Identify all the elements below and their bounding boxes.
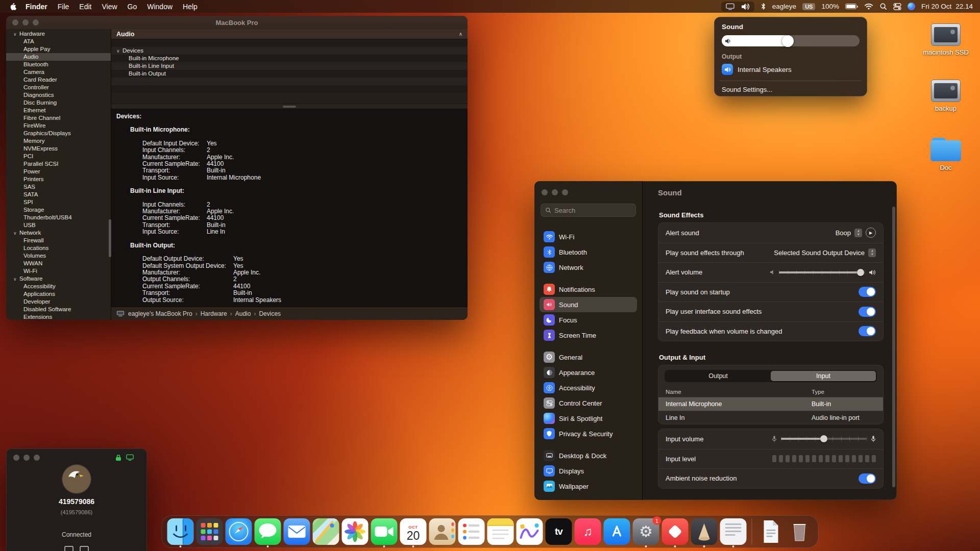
close-button[interactable] bbox=[542, 189, 548, 195]
apple-menu[interactable] bbox=[7, 3, 20, 11]
dock-photos[interactable] bbox=[342, 518, 369, 545]
sysinfo-item-printers[interactable]: Printers bbox=[6, 176, 111, 183]
sysinfo-item-sas[interactable]: SAS bbox=[6, 183, 111, 191]
sidebar-item-accessibility[interactable]: Accessibility bbox=[540, 380, 637, 395]
output-device-row[interactable]: Internal Speakers bbox=[722, 64, 860, 75]
sysinfo-item-developer[interactable]: Developer bbox=[6, 298, 111, 306]
sysinfo-item-thunderbolt-usb4[interactable]: Thunderbolt/USB4 bbox=[6, 214, 111, 221]
dock-textedit[interactable] bbox=[720, 518, 747, 545]
sidebar-item-notifications[interactable]: Notifications bbox=[540, 282, 637, 297]
sysinfo-item-audio[interactable]: Audio bbox=[6, 53, 111, 61]
sidebar-item-control-center[interactable]: Control Center bbox=[540, 395, 637, 411]
alert-volume-thumb[interactable] bbox=[857, 269, 864, 276]
input-volume-slider[interactable] bbox=[781, 438, 867, 440]
bluetooth-icon[interactable] bbox=[761, 3, 766, 10]
sidebar-item-bluetooth[interactable]: Bluetooth bbox=[540, 244, 637, 260]
menu-window[interactable]: Window bbox=[142, 3, 178, 11]
startup-sound-toggle[interactable] bbox=[859, 287, 876, 297]
input-volume-thumb[interactable] bbox=[820, 435, 827, 442]
dock-freeform[interactable] bbox=[517, 518, 543, 545]
siri-icon[interactable] bbox=[908, 3, 915, 10]
tab-input[interactable]: Input bbox=[771, 371, 876, 381]
dock-settings[interactable]: ⚙1 bbox=[633, 518, 659, 545]
close-button[interactable] bbox=[12, 19, 18, 26]
sysinfo-section-software[interactable]: ∨Software bbox=[6, 275, 111, 283]
sysinfo-item-wwan[interactable]: WWAN bbox=[6, 260, 111, 267]
menu-view[interactable]: View bbox=[96, 3, 122, 11]
sysinfo-item-diagnostics[interactable]: Diagnostics bbox=[6, 91, 111, 99]
dock-trash[interactable] bbox=[787, 518, 813, 545]
dock-safari[interactable] bbox=[226, 518, 252, 545]
dock-appstore[interactable] bbox=[604, 518, 630, 545]
sysinfo-item-bluetooth[interactable]: Bluetooth bbox=[6, 61, 111, 68]
device-row-built-in-output[interactable]: Built-in Output bbox=[111, 70, 468, 78]
sysinfo-item-locations[interactable]: Locations bbox=[6, 244, 111, 252]
dock-tv[interactable]: tv bbox=[546, 518, 572, 545]
sysinfo-item-sata[interactable]: SATA bbox=[6, 191, 111, 198]
desktop-icon-macintosh-ssd[interactable]: macintosh SSD bbox=[915, 23, 976, 56]
menu-file[interactable]: File bbox=[53, 3, 75, 11]
breadcrumb-item-eagleye-s-macbook-pro[interactable]: eagleye's MacBook Pro bbox=[128, 310, 192, 317]
device-row-built-in-line-input[interactable]: Built-in Line Input bbox=[111, 62, 468, 70]
sysinfo-item-ata[interactable]: ATA bbox=[6, 38, 111, 45]
sysinfo-item-extensions[interactable]: Extensions bbox=[6, 313, 111, 320]
dock-finder[interactable] bbox=[167, 518, 194, 545]
sound-output-route-stepper[interactable]: ∧∨ bbox=[868, 248, 876, 257]
sidebar-item-general[interactable]: ⚙General bbox=[540, 349, 637, 365]
settings-scrollbar[interactable] bbox=[892, 207, 895, 487]
sysinfo-item-applications[interactable]: Applications bbox=[6, 290, 111, 298]
dock-calendar[interactable]: OCT20 bbox=[400, 518, 427, 545]
sysinfo-item-wi-fi[interactable]: Wi-Fi bbox=[6, 267, 111, 275]
breadcrumb-item-hardware[interactable]: Hardware bbox=[201, 310, 227, 317]
ui-sounds-toggle[interactable] bbox=[859, 307, 876, 317]
breadcrumb-item-audio[interactable]: Audio bbox=[235, 310, 251, 317]
sidebar-item-siri-spotlight[interactable]: Siri & Spotlight bbox=[540, 411, 637, 426]
desktop-icon-doc[interactable]: Doc bbox=[915, 138, 976, 171]
dock-reminders[interactable] bbox=[458, 518, 485, 545]
close-button[interactable] bbox=[13, 455, 19, 461]
sysinfo-item-card-reader[interactable]: Card Reader bbox=[6, 76, 111, 84]
sysinfo-item-controller[interactable]: Controller bbox=[6, 84, 111, 91]
sidebar-item-wi-fi[interactable]: Wi-Fi bbox=[540, 229, 637, 244]
input-source-badge[interactable]: US bbox=[802, 3, 815, 10]
menu-help[interactable]: Help bbox=[178, 3, 203, 11]
dock-mail[interactable] bbox=[284, 518, 310, 545]
sysinfo-item-accessibility[interactable]: Accessibility bbox=[6, 283, 111, 290]
menu-finder[interactable]: Finder bbox=[20, 3, 53, 11]
zoom-button[interactable] bbox=[562, 189, 568, 195]
control-center-icon[interactable] bbox=[893, 3, 901, 10]
screen-sharing-indicator-icon[interactable] bbox=[726, 3, 734, 10]
volume-slider-knob[interactable] bbox=[782, 35, 794, 47]
sysinfo-item-disabled-software[interactable]: Disabled Software bbox=[6, 306, 111, 313]
dock-maps[interactable] bbox=[313, 518, 339, 545]
collapse-chevron-icon[interactable]: ∧ bbox=[459, 31, 462, 37]
device-row-built-in-microphone[interactable]: Built-in Microphone bbox=[111, 55, 468, 62]
minimize-button[interactable] bbox=[552, 189, 558, 195]
volume-menu-icon[interactable] bbox=[741, 3, 750, 10]
sidebar-item-focus[interactable]: Focus bbox=[540, 312, 637, 328]
wifi-icon[interactable] bbox=[864, 3, 873, 10]
dock-notes[interactable] bbox=[487, 518, 514, 545]
sysinfo-sidebar-scrollbar[interactable] bbox=[109, 219, 111, 257]
alert-volume-slider[interactable] bbox=[779, 271, 865, 273]
audio-section-header[interactable]: Audio ∧ bbox=[111, 29, 468, 39]
sidebar-item-sound[interactable]: Sound bbox=[540, 297, 637, 312]
sysinfo-item-volumes[interactable]: Volumes bbox=[6, 252, 111, 260]
volume-feedback-toggle[interactable] bbox=[859, 326, 876, 336]
dock-contacts[interactable] bbox=[429, 518, 456, 545]
dock-document[interactable] bbox=[757, 518, 784, 545]
monitor-icon[interactable] bbox=[64, 546, 74, 551]
tab-output[interactable]: Output bbox=[666, 371, 771, 381]
volume-slider[interactable] bbox=[722, 35, 860, 46]
sysinfo-item-apple-pay[interactable]: Apple Pay bbox=[6, 45, 111, 53]
sound-settings-link[interactable]: Sound Settings... bbox=[722, 86, 860, 93]
sidebar-item-wallpaper[interactable]: Wallpaper bbox=[540, 479, 637, 494]
sysinfo-item-pci[interactable]: PCI bbox=[6, 153, 111, 160]
sysinfo-item-firewire[interactable]: FireWire bbox=[6, 122, 111, 130]
dock-app-red[interactable] bbox=[662, 518, 689, 545]
desktop-icon-backup[interactable]: backup bbox=[915, 80, 976, 112]
sidebar-item-screen-time[interactable]: Screen Time bbox=[540, 328, 637, 343]
dock-launchpad[interactable] bbox=[197, 518, 223, 545]
table-row-internal-microphone[interactable]: Internal MicrophoneBuilt-in bbox=[658, 397, 883, 411]
session-name[interactable]: eagleye bbox=[772, 3, 796, 10]
